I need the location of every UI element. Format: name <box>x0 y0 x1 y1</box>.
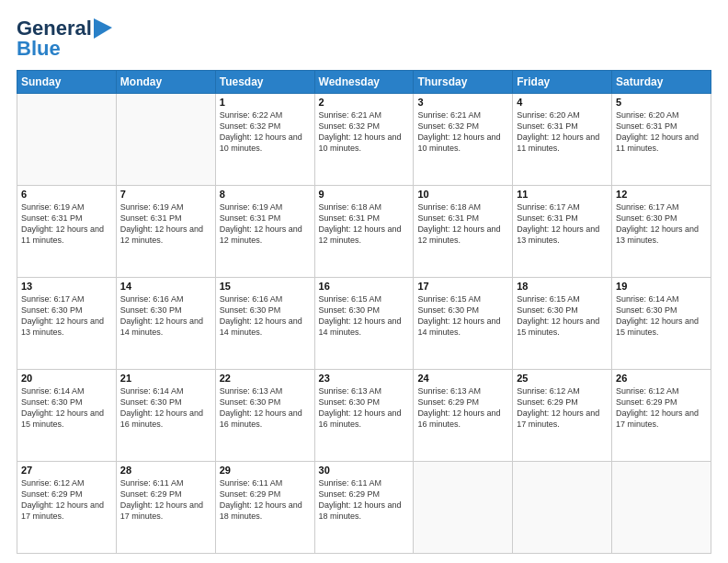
calendar-cell: 26Sunrise: 6:12 AM Sunset: 6:29 PM Dayli… <box>612 370 711 462</box>
day-number: 27 <box>21 465 112 476</box>
calendar-cell: 20Sunrise: 6:14 AM Sunset: 6:30 PM Dayli… <box>17 370 117 462</box>
cell-info: Sunrise: 6:18 AM Sunset: 6:31 PM Dayligh… <box>417 201 508 247</box>
cell-info: Sunrise: 6:14 AM Sunset: 6:30 PM Dayligh… <box>120 385 211 431</box>
cell-info: Sunrise: 6:15 AM Sunset: 6:30 PM Dayligh… <box>319 293 410 339</box>
cell-info: Sunrise: 6:15 AM Sunset: 6:30 PM Dayligh… <box>517 293 608 339</box>
page: General Blue SundayMondayTuesdayWednesda… <box>0 0 728 563</box>
day-number: 7 <box>120 189 211 200</box>
cell-info: Sunrise: 6:13 AM Sunset: 6:30 PM Dayligh… <box>220 385 311 431</box>
day-number: 30 <box>319 465 410 476</box>
calendar-cell: 16Sunrise: 6:15 AM Sunset: 6:30 PM Dayli… <box>314 278 414 370</box>
calendar-cell: 18Sunrise: 6:15 AM Sunset: 6:30 PM Dayli… <box>513 278 612 370</box>
calendar-week-row: 20Sunrise: 6:14 AM Sunset: 6:30 PM Dayli… <box>17 370 711 462</box>
calendar-cell: 10Sunrise: 6:18 AM Sunset: 6:31 PM Dayli… <box>414 186 513 278</box>
day-number: 23 <box>319 373 410 384</box>
calendar-cell: 12Sunrise: 6:17 AM Sunset: 6:30 PM Dayli… <box>612 186 711 278</box>
day-number: 6 <box>21 189 112 200</box>
day-header-monday: Monday <box>116 71 215 94</box>
cell-info: Sunrise: 6:11 AM Sunset: 6:29 PM Dayligh… <box>319 477 410 523</box>
day-number: 26 <box>616 373 707 384</box>
day-number: 20 <box>21 373 112 384</box>
calendar-cell: 28Sunrise: 6:11 AM Sunset: 6:29 PM Dayli… <box>116 462 215 554</box>
day-number: 1 <box>220 97 311 108</box>
cell-info: Sunrise: 6:14 AM Sunset: 6:30 PM Dayligh… <box>616 293 707 339</box>
cell-info: Sunrise: 6:12 AM Sunset: 6:29 PM Dayligh… <box>21 477 112 523</box>
cell-info: Sunrise: 6:17 AM Sunset: 6:30 PM Dayligh… <box>616 201 707 247</box>
calendar-cell <box>513 462 612 554</box>
calendar-cell <box>612 462 711 554</box>
day-number: 9 <box>319 189 410 200</box>
calendar-cell: 22Sunrise: 6:13 AM Sunset: 6:30 PM Dayli… <box>215 370 314 462</box>
day-number: 14 <box>120 281 211 292</box>
day-header-tuesday: Tuesday <box>215 71 314 94</box>
cell-info: Sunrise: 6:22 AM Sunset: 6:32 PM Dayligh… <box>220 109 311 155</box>
calendar-cell: 13Sunrise: 6:17 AM Sunset: 6:30 PM Dayli… <box>17 278 117 370</box>
cell-info: Sunrise: 6:19 AM Sunset: 6:31 PM Dayligh… <box>120 201 211 247</box>
calendar-week-row: 27Sunrise: 6:12 AM Sunset: 6:29 PM Dayli… <box>17 462 711 554</box>
calendar-header-row: SundayMondayTuesdayWednesdayThursdayFrid… <box>17 71 711 94</box>
cell-info: Sunrise: 6:14 AM Sunset: 6:30 PM Dayligh… <box>21 385 112 431</box>
calendar-cell: 15Sunrise: 6:16 AM Sunset: 6:30 PM Dayli… <box>215 278 314 370</box>
calendar-cell: 9Sunrise: 6:18 AM Sunset: 6:31 PM Daylig… <box>314 186 414 278</box>
header: General Blue <box>17 17 711 61</box>
calendar-cell: 11Sunrise: 6:17 AM Sunset: 6:31 PM Dayli… <box>513 186 612 278</box>
cell-info: Sunrise: 6:13 AM Sunset: 6:30 PM Dayligh… <box>319 385 410 431</box>
calendar-cell: 24Sunrise: 6:13 AM Sunset: 6:29 PM Dayli… <box>414 370 513 462</box>
cell-info: Sunrise: 6:21 AM Sunset: 6:32 PM Dayligh… <box>417 109 508 155</box>
cell-info: Sunrise: 6:11 AM Sunset: 6:29 PM Dayligh… <box>220 477 311 523</box>
calendar-cell: 21Sunrise: 6:14 AM Sunset: 6:30 PM Dayli… <box>116 370 215 462</box>
day-number: 15 <box>220 281 311 292</box>
day-number: 16 <box>319 281 410 292</box>
calendar-cell: 25Sunrise: 6:12 AM Sunset: 6:29 PM Dayli… <box>513 370 612 462</box>
calendar-cell: 23Sunrise: 6:13 AM Sunset: 6:30 PM Dayli… <box>314 370 414 462</box>
day-header-friday: Friday <box>513 71 612 94</box>
day-number: 28 <box>120 465 211 476</box>
day-number: 10 <box>417 189 508 200</box>
cell-info: Sunrise: 6:17 AM Sunset: 6:31 PM Dayligh… <box>517 201 608 247</box>
svg-marker-0 <box>94 18 112 39</box>
calendar-cell: 30Sunrise: 6:11 AM Sunset: 6:29 PM Dayli… <box>314 462 414 554</box>
cell-info: Sunrise: 6:15 AM Sunset: 6:30 PM Dayligh… <box>417 293 508 339</box>
day-number: 11 <box>517 189 608 200</box>
day-number: 5 <box>616 97 707 108</box>
day-number: 13 <box>21 281 112 292</box>
logo: General Blue <box>17 17 112 61</box>
calendar-week-row: 13Sunrise: 6:17 AM Sunset: 6:30 PM Dayli… <box>17 278 711 370</box>
cell-info: Sunrise: 6:19 AM Sunset: 6:31 PM Dayligh… <box>21 201 112 247</box>
cell-info: Sunrise: 6:20 AM Sunset: 6:31 PM Dayligh… <box>517 109 608 155</box>
day-number: 21 <box>120 373 211 384</box>
day-number: 8 <box>220 189 311 200</box>
calendar-cell <box>116 94 215 186</box>
day-number: 12 <box>616 189 707 200</box>
calendar-cell: 1Sunrise: 6:22 AM Sunset: 6:32 PM Daylig… <box>215 94 314 186</box>
cell-info: Sunrise: 6:20 AM Sunset: 6:31 PM Dayligh… <box>616 109 707 155</box>
cell-info: Sunrise: 6:19 AM Sunset: 6:31 PM Dayligh… <box>220 201 311 247</box>
cell-info: Sunrise: 6:12 AM Sunset: 6:29 PM Dayligh… <box>616 385 707 431</box>
calendar-cell: 5Sunrise: 6:20 AM Sunset: 6:31 PM Daylig… <box>612 94 711 186</box>
calendar-cell: 19Sunrise: 6:14 AM Sunset: 6:30 PM Dayli… <box>612 278 711 370</box>
day-header-sunday: Sunday <box>17 71 117 94</box>
calendar-cell: 17Sunrise: 6:15 AM Sunset: 6:30 PM Dayli… <box>414 278 513 370</box>
day-number: 17 <box>417 281 508 292</box>
calendar-cell: 7Sunrise: 6:19 AM Sunset: 6:31 PM Daylig… <box>116 186 215 278</box>
calendar-cell <box>414 462 513 554</box>
day-number: 3 <box>417 97 508 108</box>
cell-info: Sunrise: 6:18 AM Sunset: 6:31 PM Dayligh… <box>319 201 410 247</box>
calendar-week-row: 1Sunrise: 6:22 AM Sunset: 6:32 PM Daylig… <box>17 94 711 186</box>
day-number: 24 <box>417 373 508 384</box>
cell-info: Sunrise: 6:21 AM Sunset: 6:32 PM Dayligh… <box>319 109 410 155</box>
cell-info: Sunrise: 6:12 AM Sunset: 6:29 PM Dayligh… <box>517 385 608 431</box>
calendar-cell: 4Sunrise: 6:20 AM Sunset: 6:31 PM Daylig… <box>513 94 612 186</box>
day-number: 18 <box>517 281 608 292</box>
calendar-cell: 8Sunrise: 6:19 AM Sunset: 6:31 PM Daylig… <box>215 186 314 278</box>
calendar-cell <box>17 94 117 186</box>
cell-info: Sunrise: 6:16 AM Sunset: 6:30 PM Dayligh… <box>220 293 311 339</box>
day-number: 22 <box>220 373 311 384</box>
calendar-cell: 14Sunrise: 6:16 AM Sunset: 6:30 PM Dayli… <box>116 278 215 370</box>
day-number: 25 <box>517 373 608 384</box>
cell-info: Sunrise: 6:17 AM Sunset: 6:30 PM Dayligh… <box>21 293 112 339</box>
logo-icon <box>94 18 112 39</box>
day-number: 4 <box>517 97 608 108</box>
cell-info: Sunrise: 6:13 AM Sunset: 6:29 PM Dayligh… <box>417 385 508 431</box>
day-header-wednesday: Wednesday <box>314 71 414 94</box>
